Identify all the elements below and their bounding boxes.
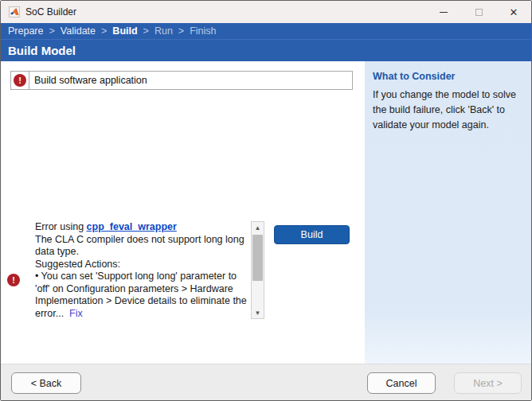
sidebar-heading: What to Consider: [373, 71, 522, 82]
error-icon: !: [14, 74, 26, 87]
minimize-button[interactable]: [426, 1, 461, 23]
matlab-icon: [8, 6, 21, 18]
error-icon: !: [7, 274, 20, 286]
breadcrumb-separator: >: [101, 25, 107, 37]
window-controls: ✕: [426, 1, 531, 23]
breadcrumb-separator: >: [49, 25, 54, 37]
task-label: Build software application: [29, 71, 353, 90]
scrollbar-thumb[interactable]: [252, 235, 263, 281]
maximize-icon: [475, 9, 483, 16]
step-build[interactable]: Build: [112, 25, 137, 37]
step-validate[interactable]: Validate: [61, 25, 96, 37]
scroll-down-icon[interactable]: ▼: [252, 307, 264, 318]
close-button[interactable]: ✕: [496, 1, 531, 23]
build-task-row[interactable]: ! Build software application: [10, 71, 353, 90]
task-status-cell: !: [10, 71, 29, 90]
cancel-button[interactable]: Cancel: [367, 372, 436, 394]
build-button[interactable]: Build: [274, 225, 350, 244]
body: ! Build software application ! Error usi…: [1, 61, 531, 364]
back-button[interactable]: < Back: [11, 372, 81, 394]
soc-builder-window: SoC Builder ✕ Prepare > Validate > Build…: [0, 0, 532, 401]
footer-bar: < Back Cancel Next >: [1, 364, 531, 400]
error-message-text: Error using cpp_feval_wrapper The CLA C …: [35, 221, 248, 319]
breadcrumb-separator: >: [178, 25, 184, 37]
next-button: Next >: [454, 372, 522, 394]
error-prefix: Error using: [35, 221, 87, 232]
what-to-consider-panel: What to Consider If you change the model…: [365, 61, 531, 364]
sidebar-text: If you change the model to solve the bui…: [373, 88, 522, 132]
fix-link[interactable]: Fix: [69, 308, 83, 319]
maximize-button: [461, 1, 496, 23]
breadcrumb-separator: >: [143, 25, 149, 37]
step-run: Run: [155, 25, 173, 37]
page-title: Build Model: [1, 40, 531, 61]
window-title: SoC Builder: [25, 6, 76, 18]
error-scrollbar[interactable]: ▲ ▼: [251, 221, 264, 319]
error-source-link[interactable]: cpp_feval_wrapper: [87, 221, 177, 232]
minimize-icon: [440, 12, 448, 13]
error-message-box: Error using cpp_feval_wrapper The CLA C …: [35, 221, 264, 319]
error-body: The CLA C compiler does not support long…: [35, 234, 249, 319]
step-prepare[interactable]: Prepare: [8, 25, 43, 37]
title-bar: SoC Builder ✕: [1, 1, 531, 23]
step-finish: Finish: [190, 25, 216, 37]
breadcrumb: Prepare > Validate > Build > Run > Finis…: [1, 23, 531, 40]
scrollbar-track[interactable]: [252, 233, 264, 307]
main-panel: ! Build software application ! Error usi…: [1, 61, 365, 364]
scroll-up-icon[interactable]: ▲: [252, 222, 264, 233]
